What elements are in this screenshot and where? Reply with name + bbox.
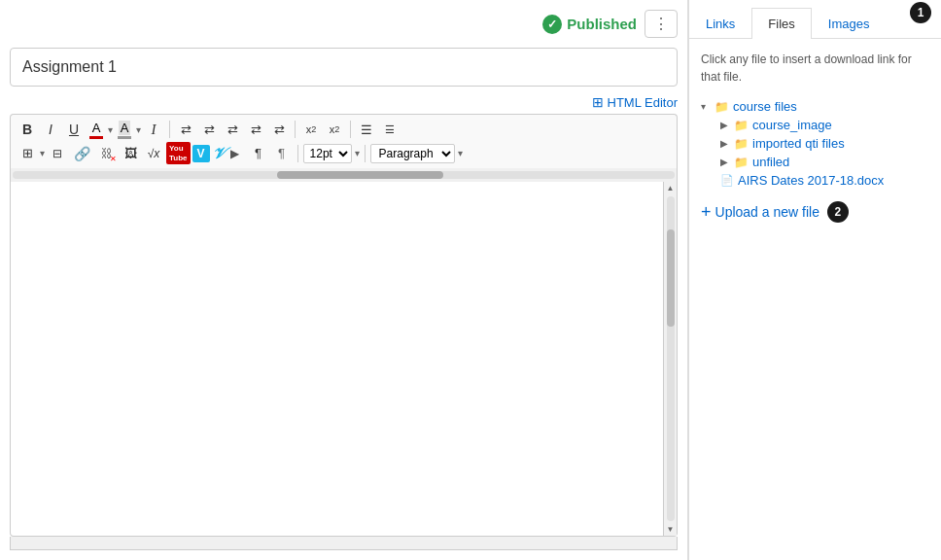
- editor-wrapper: B I U A ▾ A ▾ I ⇄ ⇄ ⇄ ⇄ ⇄: [10, 114, 678, 550]
- pilcrow2-button[interactable]: ¶: [271, 143, 293, 164]
- tab-links[interactable]: Links: [689, 8, 751, 39]
- tree-item-airs-file[interactable]: 📄 AIRS Dates 2017-18.docx: [720, 171, 929, 190]
- badge-1: 1: [910, 2, 931, 23]
- justify-button[interactable]: ⇄: [245, 119, 266, 140]
- tab-images-label: Images: [828, 17, 870, 31]
- paragraph-select[interactable]: Paragraph Heading 1 Heading 2: [370, 144, 455, 163]
- tree-label-unfiled: unfiled: [752, 155, 789, 169]
- highlight-color-button[interactable]: A: [115, 120, 134, 140]
- font-size-arrow: ▾: [355, 148, 360, 158]
- right-panel: Links Files Images 1 Click any file to i…: [688, 0, 941, 560]
- equation-button[interactable]: √x: [143, 143, 164, 164]
- font-color-letter: A: [92, 121, 101, 135]
- subscript-button[interactable]: x2: [324, 119, 345, 140]
- html-editor-icon: ⊞: [592, 94, 604, 110]
- tab-links-label: Links: [706, 17, 735, 31]
- table-arrow[interactable]: ▾: [40, 148, 45, 158]
- scroll-down-arrow[interactable]: ▼: [667, 525, 675, 534]
- bottom-scrollbar[interactable]: [10, 537, 678, 550]
- superscript-button[interactable]: x2: [300, 119, 322, 140]
- link-button[interactable]: 🔗: [70, 143, 94, 164]
- font-color-arrow[interactable]: ▾: [108, 124, 113, 135]
- pilcrow-button[interactable]: ¶: [248, 143, 269, 164]
- align-left-button[interactable]: ⇄: [175, 119, 196, 140]
- editor-content[interactable]: [11, 182, 663, 536]
- editor-toolbar: B I U A ▾ A ▾ I ⇄ ⇄ ⇄ ⇄ ⇄: [10, 114, 678, 168]
- align-center-button[interactable]: ⇄: [198, 119, 220, 140]
- folder-icon-course-files: 📁: [714, 100, 729, 114]
- align-right-button[interactable]: ⇄: [222, 119, 243, 140]
- folder-icon-course-image: 📁: [734, 119, 749, 132]
- tree-item-imported-qti[interactable]: ▶ 📁 imported qti files: [720, 134, 929, 153]
- table-button[interactable]: ⊞: [17, 143, 38, 164]
- unlink-x: ✕: [110, 155, 117, 163]
- h-scroll-thumb: [277, 171, 442, 179]
- published-label: Published: [567, 16, 637, 32]
- indent-button[interactable]: ⇄: [268, 119, 290, 140]
- separator-4: [297, 145, 298, 162]
- left-panel: ✓ Published ⋮ ⊞ HTML Editor B I U A ▾: [0, 0, 688, 560]
- image-button[interactable]: 🖼: [120, 143, 141, 164]
- helper-text: Click any file to insert a download link…: [701, 51, 929, 86]
- scroll-up-arrow[interactable]: ▲: [667, 184, 675, 192]
- check-icon: ✓: [542, 15, 562, 34]
- highlight-color-bar: [118, 136, 131, 139]
- separator-1: [169, 121, 170, 138]
- tab-images[interactable]: Images: [812, 8, 887, 39]
- assignment-title-input[interactable]: [10, 48, 678, 87]
- ordered-list-button[interactable]: ☰: [379, 119, 401, 140]
- editor-area[interactable]: ▲ ▼: [10, 182, 678, 537]
- vimeo-button[interactable]: V: [192, 145, 210, 162]
- html-editor-label: HTML Editor: [608, 95, 678, 110]
- tree-arrow-course-image: ▶: [720, 120, 730, 130]
- file-tree: ▾ 📁 course files ▶ 📁 course_image ▶ 📁 im…: [701, 97, 929, 190]
- v-scroll-track: [667, 196, 675, 521]
- html-editor-row: ⊞ HTML Editor: [10, 94, 678, 110]
- upload-new-file-button[interactable]: + Upload a new file 2: [701, 201, 929, 223]
- toolbar-row-1: B I U A ▾ A ▾ I ⇄ ⇄ ⇄ ⇄ ⇄: [17, 119, 671, 140]
- highlight-letter: A: [119, 121, 131, 135]
- badge-2: 2: [827, 201, 849, 223]
- v-scrollbar[interactable]: ▲ ▼: [663, 182, 677, 536]
- tree-label-course-image: course_image: [752, 118, 832, 132]
- bold-button[interactable]: B: [17, 119, 38, 140]
- highlight-arrow[interactable]: ▾: [136, 124, 141, 135]
- tab-files[interactable]: Files: [751, 8, 811, 39]
- v-scroll-thumb: [667, 229, 675, 327]
- media-button[interactable]: ⊟: [47, 143, 68, 164]
- vimeo-v-button[interactable]: 𝒱: [212, 145, 223, 162]
- unordered-list-button[interactable]: ☰: [356, 119, 377, 140]
- play-button[interactable]: ▶: [225, 143, 246, 164]
- underline-button[interactable]: U: [63, 119, 85, 140]
- more-options-button[interactable]: ⋮: [645, 10, 678, 38]
- tab-files-label: Files: [768, 17, 794, 31]
- unlink-button[interactable]: ⛓ ✕: [96, 143, 118, 164]
- top-bar: ✓ Published ⋮: [10, 10, 678, 38]
- tree-label-course-files: course files: [733, 99, 797, 114]
- paragraph-arrow: ▾: [458, 148, 463, 158]
- separator-3: [350, 121, 351, 138]
- font-size-select[interactable]: 12pt 10pt 14pt 18pt: [303, 144, 352, 163]
- plus-icon: +: [701, 202, 712, 223]
- big-italic-button[interactable]: I: [143, 119, 164, 140]
- tree-arrow-unfiled: ▶: [720, 157, 730, 167]
- h-scroll-track: [13, 171, 675, 179]
- tree-item-unfiled[interactable]: ▶ 📁 unfiled: [720, 153, 929, 171]
- youtube-button[interactable]: YouTube: [166, 142, 191, 164]
- tree-item-course-files[interactable]: ▾ 📁 course files: [701, 97, 929, 116]
- toolbar-row-2: ⊞ ▾ ⊟ 🔗 ⛓ ✕ 🖼 √x YouTube V 𝒱 ▶ ¶ ¶: [17, 142, 671, 164]
- italic-button[interactable]: I: [40, 119, 61, 140]
- tree-label-imported-qti: imported qti files: [752, 136, 845, 151]
- tree-item-course-image[interactable]: ▶ 📁 course_image: [720, 116, 929, 134]
- right-content: Click any file to insert a download link…: [689, 39, 941, 560]
- folder-icon-imported-qti: 📁: [734, 137, 749, 151]
- upload-label: Upload a new file: [715, 204, 819, 220]
- html-editor-link[interactable]: ⊞ HTML Editor: [592, 94, 678, 110]
- tree-arrow-imported-qti: ▶: [720, 138, 730, 149]
- tree-arrow-course-files: ▾: [701, 101, 711, 112]
- h-scrollbar[interactable]: [10, 168, 678, 182]
- font-color-button[interactable]: A: [87, 120, 106, 140]
- folder-icon-unfiled: 📁: [734, 156, 749, 169]
- published-badge: ✓ Published: [542, 15, 637, 34]
- separator-2: [295, 121, 296, 138]
